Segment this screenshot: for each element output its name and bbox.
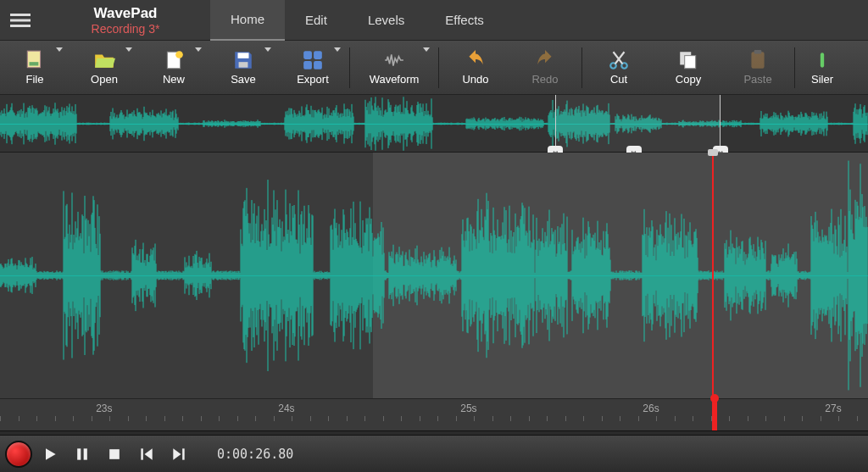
main-waveform-svg [0,153,868,398]
tab-home[interactable]: Home [210,0,285,41]
svg-rect-20 [77,448,81,459]
toolbar-label: New [163,73,185,86]
ruler-tick [92,416,92,421]
ruler-tick [0,416,1,421]
ruler-tick [675,416,676,421]
ruler-tick [420,416,420,421]
svg-rect-0 [10,14,31,16]
toolbar-label: Export [297,73,329,86]
toolbar-separator [581,47,582,88]
ruler-tick [510,416,511,421]
redo-button[interactable]: Redo [510,41,580,95]
ruler-label: 27s [825,403,841,414]
ruler-tick [292,416,292,421]
ruler-tick [201,416,202,421]
svg-rect-24 [182,448,185,459]
svg-rect-2 [10,25,31,27]
tab-label: Home [231,12,264,26]
ruler-tick [492,416,493,421]
svg-rect-8 [239,62,248,68]
cut-icon [608,49,630,71]
tab-levels[interactable]: Levels [348,0,425,41]
copy-button[interactable]: Copy [654,41,723,95]
file-button[interactable]: File [0,41,70,95]
ruler-tick [182,416,183,421]
waveform-overview[interactable]: ↔↔↔ [0,95,868,153]
ruler-tick [128,416,129,421]
toolbar-separator [438,47,439,88]
ruler-tick [729,416,730,421]
svg-rect-18 [754,50,762,53]
ruler-tick [529,416,530,421]
tab-label: Effects [445,13,484,27]
silence-button[interactable]: Siler [797,41,848,95]
play-button[interactable] [36,441,64,467]
ruler-tick [583,416,584,421]
svg-rect-10 [314,51,322,59]
ruler-tick [602,416,603,421]
paste-button[interactable]: Paste [723,41,793,95]
app-title: WavePad [41,5,210,22]
ruler-tick [821,416,821,421]
ruler-tick [219,416,220,421]
silence-icon [811,49,833,71]
tab-bar: Home Edit Levels Effects [210,0,504,41]
toolbar-label: Waveform [370,73,420,86]
ruler-tick [109,416,110,421]
ruler-label: 25s [460,403,476,414]
ruler-tick [310,416,311,421]
ruler-tick [638,416,639,421]
save-button[interactable]: Save [209,41,278,95]
svg-rect-21 [84,448,87,459]
svg-rect-12 [314,61,322,69]
toolbar-label: Undo [462,73,488,86]
tab-label: Levels [368,13,404,27]
export-button[interactable]: Export [278,41,348,95]
svg-point-6 [175,51,183,58]
ruler-tick [547,416,548,421]
undo-icon [465,49,487,71]
overview-selection[interactable] [555,95,721,152]
record-button[interactable] [5,441,32,468]
svg-rect-4 [30,62,39,65]
file-icon [24,49,46,71]
svg-rect-23 [141,448,143,459]
transport-bar: 0:00:26.80 [0,435,868,472]
playhead[interactable] [712,153,714,398]
undo-button[interactable]: Undo [441,41,510,95]
waveform-main[interactable] [0,153,868,398]
toolbar-label: Redo [531,73,558,86]
ruler-tick [383,416,384,421]
hamburger-menu-icon[interactable] [0,0,41,41]
stop-button[interactable] [100,441,129,467]
pause-button[interactable] [68,441,97,467]
toolbar-label: Open [91,73,118,86]
ruler-tick [401,416,402,421]
redo-icon [534,49,556,71]
ruler-tick [784,416,785,421]
svg-rect-16 [685,56,696,69]
ruler-tick [347,416,348,421]
tab-effects[interactable]: Effects [425,0,504,41]
ruler-label: 26s [643,403,659,414]
new-button[interactable]: New [139,41,209,95]
skip-forward-button[interactable] [164,441,193,467]
title-block: WavePad Recording 3* [41,5,210,36]
toolbar-label: Paste [743,73,771,86]
toolbar-separator [794,47,795,88]
ruler-tick [838,416,839,421]
toolbar-label: Cut [610,73,627,86]
waveform-button[interactable]: Waveform [352,41,437,95]
project-title: Recording 3* [41,22,210,36]
time-ruler[interactable]: 23s24s25s26s27s [0,398,868,430]
svg-rect-22 [109,449,120,459]
ruler-play-marker[interactable] [712,399,717,430]
overview-waveform-svg [0,95,868,153]
cut-button[interactable]: Cut [584,41,654,95]
tab-edit[interactable]: Edit [285,0,348,41]
ruler-tick [19,416,19,421]
ruler-tick [328,416,329,421]
open-button[interactable]: Open [70,41,139,95]
skip-back-button[interactable] [132,441,161,467]
ruler-label: 24s [278,403,294,414]
